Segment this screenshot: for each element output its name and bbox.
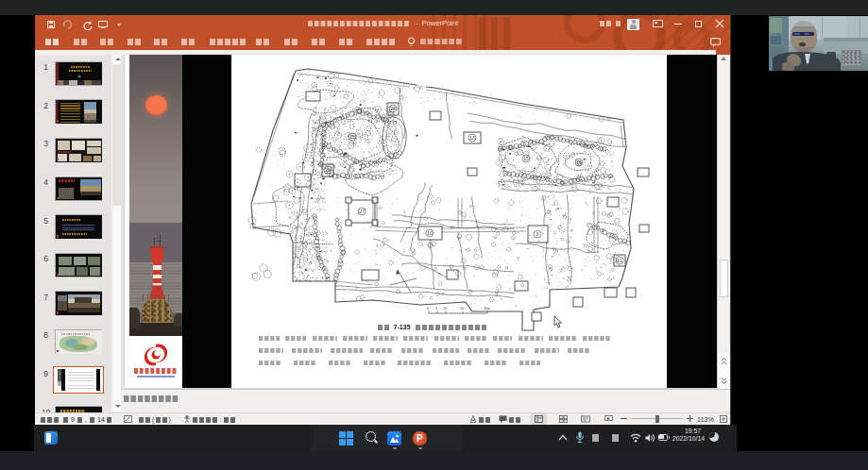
svg-text:10: 10	[427, 230, 433, 236]
svg-text:0: 0	[427, 307, 429, 311]
svg-text:3: 3	[536, 231, 539, 237]
svg-text:5: 5	[435, 307, 437, 311]
svg-text:10: 10	[443, 307, 447, 311]
svg-text:24: 24	[390, 106, 396, 111]
svg-text:13: 13	[469, 135, 475, 141]
svg-text:30m: 30m	[484, 307, 490, 311]
svg-text:27: 27	[359, 209, 365, 214]
svg-text:21: 21	[617, 258, 622, 263]
svg-text:20: 20	[460, 307, 464, 311]
